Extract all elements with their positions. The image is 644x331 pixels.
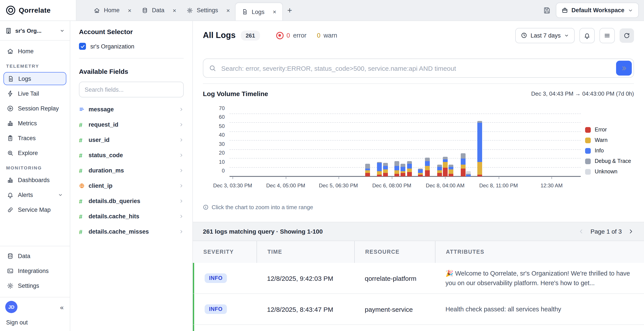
alerts-bell-button[interactable] (580, 28, 595, 43)
close-tab-icon[interactable]: × (128, 7, 131, 14)
new-tab-button[interactable]: + (283, 6, 296, 15)
close-tab-icon[interactable]: × (226, 7, 230, 14)
tab-strip: Home×Data×Settings×Logs× + Default Works… (76, 0, 644, 21)
chart-bar-13[interactable] (478, 121, 482, 176)
legend-swatch (585, 158, 591, 164)
sidebar-item-settings[interactable]: Settings (4, 279, 66, 292)
field-item-request_id[interactable]: #request_id (79, 117, 184, 132)
chart-bar-6[interactable] (418, 168, 422, 176)
time-range-button[interactable]: Last 7 days (515, 28, 575, 43)
chart-bar-8[interactable] (437, 165, 442, 176)
collapse-sidebar-icon[interactable]: « (60, 303, 64, 311)
sidebar-item-session-replay[interactable]: Session Replay (4, 102, 66, 115)
column-header-severity: SEVERITY (193, 241, 256, 263)
account-selector-title: Account Selector (79, 28, 184, 35)
number-field-icon: # (79, 198, 82, 205)
sidebar-item-data[interactable]: Data (4, 250, 66, 262)
log-search-input[interactable] (220, 64, 612, 72)
pagination-bar: 261 logs matching query · Showing 1-100 … (193, 222, 644, 241)
chevron-right-icon (179, 153, 184, 158)
log-row[interactable]: INFO12/8/2025, 9:42:03 PMqorrelate-platf… (193, 263, 644, 293)
account-row[interactable]: sr's Organization (79, 43, 184, 50)
chart-bar-0[interactable] (365, 164, 370, 176)
sidebar-item-explore[interactable]: Explore (4, 147, 66, 159)
severity-badge: INFO (205, 304, 227, 314)
chart-bar-12[interactable] (466, 171, 471, 176)
field-item-user_id[interactable]: #user_id (79, 132, 184, 148)
info-icon (203, 204, 208, 210)
account-checkbox[interactable] (79, 43, 86, 50)
sidebar-item-label: Live Tail (18, 90, 39, 97)
fields-panel: Account Selector sr's Organization Avail… (70, 21, 193, 331)
gear-icon (7, 282, 14, 289)
sidebar-item-service-map[interactable]: Service Map (4, 203, 66, 216)
field-item-status_code[interactable]: #status_code (79, 148, 184, 163)
logs-table: SEVERITYTIMERESOURCEATTRIBUTES INFO12/8/… (193, 241, 644, 331)
sidebar-item-traces[interactable]: Traces (4, 132, 66, 145)
log-row[interactable]: WARN12/8/2025, 8:43:47 PMuser-serviceRec… (193, 324, 644, 331)
chart-bar-1[interactable] (377, 162, 382, 176)
logs-header: All Logs 261 0 error 0 warn Last 7 days (203, 27, 634, 44)
chart-bar-10[interactable] (449, 165, 454, 176)
log-row[interactable]: INFO12/8/2025, 8:43:47 PMpayment-service… (193, 293, 644, 324)
error-count: 0 (286, 32, 290, 39)
tab-home[interactable]: Home× (88, 0, 136, 21)
field-item-duration_ms[interactable]: #duration_ms (79, 163, 184, 178)
y-axis-label: 60 (219, 114, 225, 120)
tab-data[interactable]: Data× (136, 0, 181, 21)
number-field-icon: # (79, 167, 82, 174)
tab-logs[interactable]: Logs× (235, 3, 283, 21)
chart-bar-3[interactable] (394, 161, 399, 176)
sign-out-button[interactable]: Sign out (0, 313, 70, 331)
sidebar-item-dashboards[interactable]: Dashboards (4, 174, 66, 186)
chart-bar-4[interactable] (400, 164, 405, 176)
org-selector[interactable]: sr's Org... (0, 21, 70, 41)
chart-bar-11[interactable] (461, 153, 466, 176)
field-item-details.cache_misses[interactable]: #details.cache_misses (79, 224, 184, 239)
field-item-details.cache_hits[interactable]: #details.cache_hits (79, 209, 184, 224)
sidebar-item-label: Data (18, 253, 30, 259)
tab-settings[interactable]: Settings× (182, 0, 235, 21)
field-item-message[interactable]: message (79, 102, 184, 117)
y-axis-label: 40 (219, 132, 225, 138)
lightning-icon (7, 90, 14, 97)
severity-badge: INFO (205, 273, 227, 283)
log-time: 12/8/2025, 8:43:47 PM (256, 294, 354, 324)
chart-bar-5[interactable] (407, 161, 412, 176)
field-name: duration_ms (88, 167, 179, 174)
home-icon (7, 48, 14, 55)
field-name: status_code (88, 152, 179, 159)
sidebar-item-integrations[interactable]: Integrations (4, 265, 66, 277)
chart-time-range: Dec 3, 04:43 PM → 04:43:00 PM (7d 0h) (531, 90, 634, 97)
sidebar-item-metrics[interactable]: Metrics (4, 117, 66, 130)
number-field-icon: # (79, 152, 82, 159)
save-icon[interactable] (543, 7, 550, 14)
close-tab-icon[interactable]: × (273, 8, 276, 15)
chart-bar-9[interactable] (443, 157, 448, 176)
run-search-button[interactable] (616, 61, 632, 76)
chart-bar-7[interactable] (425, 158, 430, 176)
sidebar-item-live-tail[interactable]: Live Tail (4, 87, 66, 100)
close-tab-icon[interactable]: × (172, 7, 176, 14)
field-search-input[interactable] (79, 82, 184, 97)
refresh-button[interactable] (620, 28, 634, 43)
log-search-bar (203, 59, 634, 78)
menu-button[interactable] (600, 28, 615, 43)
legend-label: Unknown (595, 169, 618, 175)
field-item-details.db_queries[interactable]: #details.db_queries (79, 193, 184, 209)
warn-indicator: 0 warn (317, 32, 337, 39)
qorrelate-logo-icon (6, 6, 15, 15)
log-volume-chart[interactable]: 010203040506070Dec 3, 03:30 PMDec 4, 05:… (203, 114, 634, 191)
prev-page-icon[interactable] (578, 228, 584, 234)
workspace-selector-button[interactable]: Default Workspace (556, 3, 639, 18)
gear-icon (187, 7, 193, 13)
sidebar-item-logs[interactable]: Logs (4, 72, 66, 85)
field-item-client_ip[interactable]: client_ip (79, 178, 184, 193)
sidebar-item-home[interactable]: Home (4, 45, 66, 58)
next-page-icon[interactable] (628, 228, 634, 234)
sidebar-item-alerts[interactable]: Alerts (4, 189, 66, 201)
field-name: details.cache_misses (88, 228, 179, 235)
avatar[interactable]: JD (5, 301, 18, 313)
chart-bar-2[interactable] (383, 163, 388, 176)
y-axis-label: 0 (222, 168, 225, 174)
